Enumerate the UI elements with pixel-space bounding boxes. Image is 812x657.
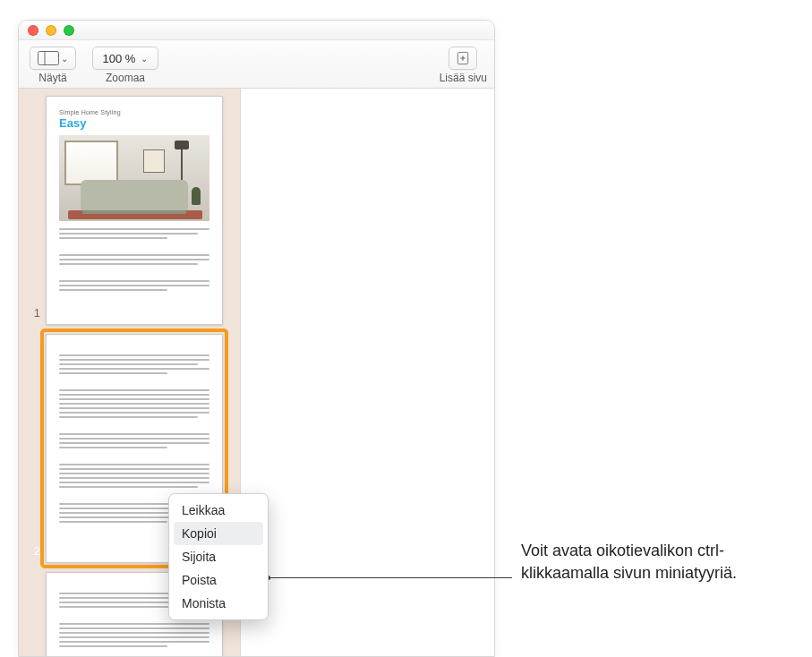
hero-image <box>59 135 209 221</box>
thumbnail-page-1[interactable]: 1 Simple Home Styling Easy <box>24 96 231 325</box>
callout-text: Voit avata oikotievalikon ctrl-klikkaama… <box>521 540 799 584</box>
callout-line <box>269 577 512 578</box>
page-thumbnail[interactable]: Simple Home Styling Easy <box>46 96 223 325</box>
close-icon[interactable] <box>28 25 38 36</box>
document-canvas[interactable] <box>241 89 494 656</box>
context-menu-delete[interactable]: Poista <box>169 568 268 592</box>
toolbar-zoom: 100 % ⌄ Zoomaa <box>92 47 158 84</box>
svg-rect-0 <box>38 52 59 65</box>
doc-title: Easy <box>59 116 209 130</box>
toolbar: ⌄ Näytä 100 % ⌄ Zoomaa Lisää sivu <box>19 40 494 89</box>
zoom-label: Zoomaa <box>106 72 145 84</box>
context-menu-paste[interactable]: Sijoita <box>169 545 268 568</box>
add-page-label: Lisää sivu <box>440 72 487 84</box>
zoom-value: 100 % <box>103 52 136 65</box>
context-menu-copy[interactable]: Kopioi <box>174 522 263 545</box>
toolbar-add-page: Lisää sivu <box>440 47 487 84</box>
chevron-down-icon: ⌄ <box>141 54 148 64</box>
minimize-icon[interactable] <box>46 25 56 36</box>
view-label: Näytä <box>38 72 66 84</box>
context-menu-duplicate[interactable]: Monista <box>169 592 268 615</box>
context-menu-cut[interactable]: Leikkaa <box>169 499 268 522</box>
add-page-button[interactable] <box>449 47 477 70</box>
page-number: 2 <box>24 544 40 558</box>
zoom-button[interactable]: 100 % ⌄ <box>92 47 158 70</box>
page-number: 1 <box>24 306 40 320</box>
doc-subtitle: Simple Home Styling <box>59 109 209 115</box>
toolbar-view: ⌄ Näytä <box>30 47 76 84</box>
view-button[interactable]: ⌄ <box>30 47 76 70</box>
titlebar <box>19 21 494 40</box>
fullscreen-icon[interactable] <box>64 25 74 36</box>
chevron-down-icon: ⌄ <box>61 54 68 64</box>
context-menu: Leikkaa Kopioi Sijoita Poista Monista <box>168 493 269 620</box>
